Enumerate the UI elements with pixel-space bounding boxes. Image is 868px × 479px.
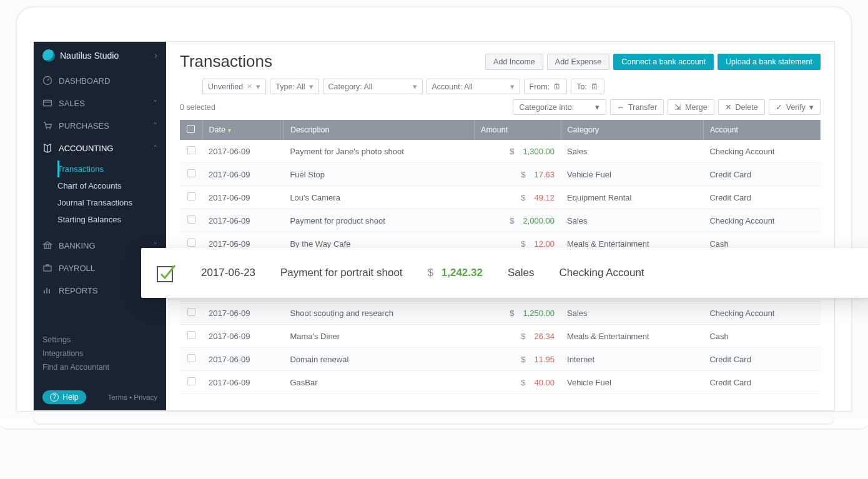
row-checkbox[interactable]	[187, 192, 195, 200]
verify-button[interactable]: ✓Verify▾	[769, 99, 821, 115]
verified-check-icon	[156, 263, 176, 283]
cell-category: Equipment Rental	[561, 186, 703, 209]
sidebar-subitem-starting-balances[interactable]: Starting Balances	[57, 211, 166, 228]
cell-amount: $1,300.00	[475, 140, 561, 163]
svg-rect-7	[157, 267, 172, 282]
brand-row[interactable]: Nautilus Studio	[34, 42, 166, 69]
cart-icon	[42, 121, 52, 131]
chevron-down-icon: ▾	[809, 102, 814, 112]
chevron-down-icon[interactable]: ▾	[309, 82, 313, 91]
cell-date: 2017-06-09	[202, 186, 284, 209]
cell-description: Domain renewal	[284, 348, 474, 371]
categorize-select[interactable]: Categorize into:▾	[513, 99, 606, 115]
main-content: Transactions Add Income Add Expense Conn…	[166, 42, 834, 410]
cell-account: Credit Card	[703, 163, 820, 186]
sidebar-link-settings[interactable]: Settings	[42, 333, 157, 347]
cell-description: Lou's Camera	[284, 186, 474, 209]
cell-category: Sales	[561, 140, 703, 163]
sidebar-subitem-transactions[interactable]: Transactions	[57, 160, 166, 177]
sidebar-link-integrations[interactable]: Integrations	[42, 347, 157, 360]
cell-date: 2017-06-09	[202, 371, 284, 394]
cell-category: Meals & Entertainment	[561, 325, 703, 348]
upload-statement-button[interactable]: Upload a bank statement	[718, 54, 821, 70]
chevron-down-icon[interactable]: ▾	[510, 82, 515, 91]
merge-button[interactable]: ⇲Merge	[668, 99, 714, 115]
table-row[interactable]: 2017-06-09GasBar$40.00Vehicle FuelCredit…	[180, 371, 821, 394]
callout-description: Payment for portrait shoot	[280, 267, 403, 279]
sidebar-lower-links: SettingsIntegrationsFind an Accountant	[34, 325, 166, 384]
delete-button[interactable]: ✕Delete	[718, 99, 765, 115]
filter-date-to[interactable]: To: 🗓	[571, 79, 604, 94]
sidebar-item-sales[interactable]: SALES˅	[34, 92, 166, 114]
filter-status[interactable]: Unverified ✕ ▾	[202, 79, 266, 94]
checkbox[interactable]	[187, 125, 195, 133]
filter-category[interactable]: Category: All ▾	[323, 79, 423, 94]
sidebar-item-accounting[interactable]: ACCOUNTING˄	[34, 137, 166, 159]
cell-account: Checking Account	[703, 209, 820, 232]
close-icon[interactable]: ✕	[247, 82, 252, 91]
filter-type[interactable]: Type: All ▾	[270, 79, 318, 94]
row-checkbox[interactable]	[187, 377, 195, 385]
row-checkbox[interactable]	[187, 169, 195, 177]
sidebar-item-label: PURCHASES	[59, 121, 109, 131]
sidebar-subitem-journal-transactions[interactable]: Journal Transactions	[57, 194, 166, 211]
sidebar-item-purchases[interactable]: PURCHASES˅	[34, 114, 166, 137]
row-checkbox[interactable]	[187, 239, 195, 247]
transfer-button[interactable]: ↔Transfer	[610, 99, 664, 115]
chevron-right-icon[interactable]	[154, 50, 157, 61]
svg-rect-6	[44, 266, 51, 271]
chevron-down-icon: ▾	[595, 102, 599, 112]
chevron-up-icon: ˄	[153, 144, 157, 151]
cell-category: Vehicle Fuel	[561, 371, 703, 394]
cell-account: Credit Card	[703, 348, 820, 371]
add-income-button[interactable]: Add Income	[485, 54, 543, 70]
row-checkbox[interactable]	[187, 308, 195, 316]
table-row[interactable]: 2017-06-09Payment for product shoot$2,00…	[180, 209, 821, 232]
connect-bank-button[interactable]: Connect a bank account	[613, 54, 714, 70]
col-category[interactable]: Category	[561, 120, 703, 140]
callout-account: Checking Account	[559, 267, 644, 279]
row-checkbox[interactable]	[187, 146, 195, 154]
help-button[interactable]: ? Help	[42, 390, 86, 404]
chevron-down-icon[interactable]: ▾	[256, 82, 260, 91]
sidebar-item-dashboard[interactable]: DASHBOARD	[34, 69, 166, 92]
cell-date: 2017-06-09	[202, 140, 284, 163]
row-checkbox[interactable]	[187, 354, 195, 362]
add-expense-button[interactable]: Add Expense	[547, 54, 609, 70]
col-date[interactable]: Date▾	[202, 120, 284, 140]
close-icon: ✕	[725, 102, 732, 112]
table-row[interactable]: 2017-06-09Payment for Jane's photo shoot…	[180, 140, 821, 163]
callout-category: Sales	[508, 267, 535, 279]
filter-account[interactable]: Account: All ▾	[427, 79, 520, 94]
sidebar-link-find-an-accountant[interactable]: Find an Accountant	[42, 360, 157, 374]
table-row[interactable]: 2017-06-09Domain renewal$11.95InternetCr…	[180, 348, 821, 371]
cell-date: 2017-06-09	[202, 163, 284, 186]
sidebar-item-label: PAYROLL	[59, 264, 95, 273]
table-row[interactable]: 2017-06-09Fuel Stop$17.63Vehicle FuelCre…	[180, 163, 821, 186]
cell-date: 2017-06-09	[202, 325, 284, 348]
svg-point-5	[49, 128, 51, 129]
footer-links[interactable]: Terms • Privacy	[108, 393, 157, 401]
col-select[interactable]	[180, 120, 202, 140]
col-description[interactable]: Description	[284, 120, 474, 140]
table-row[interactable]: 2017-06-09Shoot scouting and research$1,…	[180, 302, 821, 325]
col-amount[interactable]: Amount	[475, 120, 561, 140]
merge-icon: ⇲	[674, 102, 681, 112]
table-row[interactable]: 2017-06-09Mama's Diner$26.34Meals & Ente…	[180, 325, 821, 348]
filter-date-from[interactable]: From: 🗓	[524, 79, 568, 94]
cell-amount: $49.12	[475, 186, 561, 209]
table-row[interactable]: 2017-06-09Lou's Camera$49.12Equipment Re…	[180, 186, 821, 209]
app-window: Nautilus Studio DASHBOARDSALES˅PURCHASES…	[33, 41, 835, 411]
chart-icon	[42, 285, 52, 295]
chevron-down-icon[interactable]: ▾	[413, 82, 417, 91]
cell-description: Shoot scouting and research	[284, 302, 474, 325]
cell-date: 2017-06-09	[202, 348, 284, 371]
question-icon: ?	[50, 393, 59, 402]
row-checkbox[interactable]	[187, 331, 195, 339]
sidebar-subitem-chart-of-accounts[interactable]: Chart of Accounts	[57, 177, 166, 194]
gauge-icon	[42, 76, 52, 86]
calendar-icon: 🗓	[591, 82, 599, 91]
ledger-icon	[42, 143, 52, 153]
row-checkbox[interactable]	[187, 215, 195, 224]
col-account[interactable]: Account	[703, 120, 820, 140]
